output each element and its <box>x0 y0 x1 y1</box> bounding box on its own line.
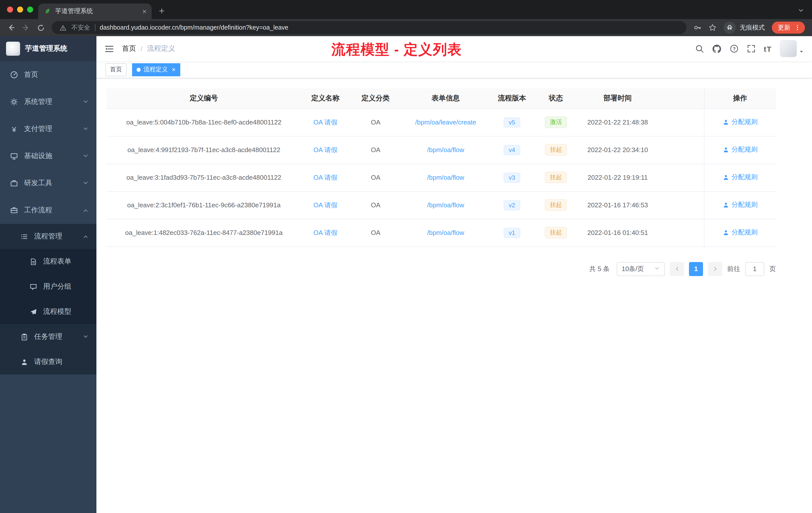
avatar <box>780 40 797 57</box>
browser-menu-dots-icon[interactable] <box>793 24 802 32</box>
version-badge: v2 <box>504 200 520 210</box>
update-label: 更新 <box>778 23 790 32</box>
sidebar-item-label: 请假查询 <box>34 357 88 366</box>
navbar-actions: ? tT <box>695 40 804 57</box>
sidebar: 芋道管理系统 首页 系统管理 ¥ 支付管理 <box>0 36 96 513</box>
font-size-icon[interactable]: tT <box>764 44 772 53</box>
cell-category: OA <box>349 109 402 136</box>
help-icon[interactable]: ? <box>730 44 739 53</box>
col-status: 状态 <box>534 88 578 109</box>
col-definition-category: 定义分类 <box>349 88 402 109</box>
definition-name-link[interactable]: OA 请假 <box>313 174 337 181</box>
sidebar-item-label: 流程模型 <box>43 307 88 316</box>
sidebar-item-label: 用户分组 <box>43 282 88 291</box>
forward-icon[interactable] <box>22 24 30 32</box>
hamburger-icon[interactable] <box>105 44 114 54</box>
tag-process-definition[interactable]: 流程定义 × <box>132 63 180 76</box>
bookmark-star-icon[interactable] <box>708 24 717 32</box>
close-window-button[interactable] <box>7 6 13 12</box>
chevron-down-icon <box>83 98 88 106</box>
incognito-badge[interactable]: 无痕模式 <box>724 22 765 34</box>
col-form-info: 表单信息 <box>402 88 490 109</box>
github-icon[interactable] <box>712 44 722 54</box>
active-dot <box>137 67 141 71</box>
sidebar-item-process-form[interactable]: 流程表单 <box>0 249 96 274</box>
browser-tab[interactable]: 芋道管理系统 × <box>38 3 152 19</box>
tag-home[interactable]: 首页 <box>106 63 126 76</box>
definition-name-link[interactable]: OA 请假 <box>313 146 337 153</box>
goto-page-input[interactable] <box>745 262 764 276</box>
zoom-window-button[interactable] <box>27 6 33 12</box>
sidebar-item-infrastructure[interactable]: 基础设施 <box>0 143 96 170</box>
breadcrumb-home[interactable]: 首页 <box>122 44 136 53</box>
sidebar-item-label: 系统管理 <box>24 97 77 107</box>
form-link[interactable]: /bpm/oa/flow <box>427 201 464 209</box>
cell-filler <box>658 219 704 246</box>
form-link[interactable]: /bpm/oa/flow <box>427 174 464 181</box>
next-page-button[interactable] <box>708 262 722 276</box>
browser-toolbar: 不安全 dashboard.yudao.iocoder.cn/bpm/manag… <box>0 19 812 36</box>
annotation-title: 流程模型 - 定义列表 <box>331 40 462 59</box>
page-size-select[interactable]: 10条/页 <box>617 262 665 276</box>
app-frame: 芋道管理系统 首页 系统管理 ¥ 支付管理 <box>0 36 812 513</box>
sidebar-item-devtools[interactable]: 研发工具 <box>0 170 96 197</box>
tab-title: 芋道管理系统 <box>55 7 138 16</box>
sidebar-item-system[interactable]: 系统管理 <box>0 88 96 116</box>
user-menu[interactable] <box>780 40 804 57</box>
app-logo[interactable]: 芋道管理系统 <box>0 36 96 61</box>
caret-down-icon <box>799 47 804 56</box>
favicon-leaf-icon <box>43 7 51 15</box>
tag-close-icon[interactable]: × <box>172 66 175 73</box>
cell-definition-id: oa_leave:4:991f2193-7b7f-11ec-a3c8-acde4… <box>107 136 301 163</box>
assign-rule-button[interactable]: 分配规则 <box>723 228 758 237</box>
sidebar-item-process-management[interactable]: 流程管理 <box>0 224 96 249</box>
address-bar[interactable]: 不安全 dashboard.yudao.iocoder.cn/bpm/manag… <box>52 21 687 34</box>
password-key-icon[interactable] <box>694 24 701 32</box>
page-number-current[interactable]: 1 <box>689 262 703 276</box>
status-badge: 挂起 <box>545 227 567 238</box>
col-actions: 操作 <box>704 88 776 109</box>
sidebar-item-user-group[interactable]: 用户分组 <box>0 274 96 299</box>
status-badge: 挂起 <box>545 144 567 156</box>
sidebar-item-home[interactable]: 首页 <box>0 61 96 88</box>
definition-name-link[interactable]: OA 请假 <box>313 201 337 209</box>
cell-definition-id: oa_leave:1:482ec033-762a-11ec-8477-a2380… <box>107 219 301 246</box>
app-title: 芋道管理系统 <box>25 44 67 53</box>
definition-name-link[interactable]: OA 请假 <box>313 229 337 236</box>
assign-rule-button[interactable]: 分配规则 <box>723 173 758 182</box>
pagination: 共 5 条 10条/页 1 前往 <box>107 262 776 276</box>
minimize-window-button[interactable] <box>17 6 23 12</box>
clipboard-icon <box>20 333 28 341</box>
cell-filler <box>658 136 704 163</box>
assign-rule-button[interactable]: 分配规则 <box>723 201 758 210</box>
reload-icon[interactable] <box>37 24 45 31</box>
assign-rule-button[interactable]: 分配规则 <box>723 145 758 154</box>
cell-deploy-time: 2022-01-16 17:46:53 <box>578 191 658 219</box>
sidebar-item-label: 流程管理 <box>34 232 77 241</box>
cell-definition-id: oa_leave:3:1fad3d93-7b75-11ec-a3c8-acde4… <box>107 163 301 191</box>
prev-page-button[interactable] <box>670 262 684 276</box>
form-link[interactable]: /bpm/oa/flow <box>427 146 464 154</box>
sidebar-item-task-management[interactable]: 任务管理 <box>0 324 96 350</box>
cell-filler <box>658 191 704 219</box>
status-badge: 挂起 <box>545 172 567 183</box>
cell-filler <box>658 109 704 136</box>
sidebar-item-payment[interactable]: ¥ 支付管理 <box>0 116 96 143</box>
search-icon[interactable] <box>695 44 704 53</box>
sidebar-item-process-model[interactable]: 流程模型 <box>0 299 96 324</box>
sidebar-item-label: 流程表单 <box>43 257 88 266</box>
fullscreen-icon[interactable] <box>747 44 756 53</box>
assign-rule-button[interactable]: 分配规则 <box>723 118 758 127</box>
tab-search-chevron-icon[interactable] <box>798 6 804 16</box>
form-link[interactable]: /bpm/oa/flow <box>427 229 464 236</box>
gear-icon <box>10 98 18 106</box>
form-link[interactable]: /bpm/oa/leave/create <box>415 118 476 126</box>
tab-close-icon[interactable]: × <box>142 7 147 15</box>
sidebar-item-leave-query[interactable]: 请假查询 <box>0 350 96 374</box>
definition-name-link[interactable]: OA 请假 <box>313 118 337 126</box>
sidebar-item-workflow[interactable]: 工作流程 <box>0 197 96 224</box>
tags-view: 首页 流程定义 × <box>96 61 812 78</box>
back-icon[interactable] <box>7 24 15 32</box>
new-tab-button[interactable]: + <box>155 4 169 18</box>
browser-update-button[interactable]: 更新 <box>772 22 805 34</box>
